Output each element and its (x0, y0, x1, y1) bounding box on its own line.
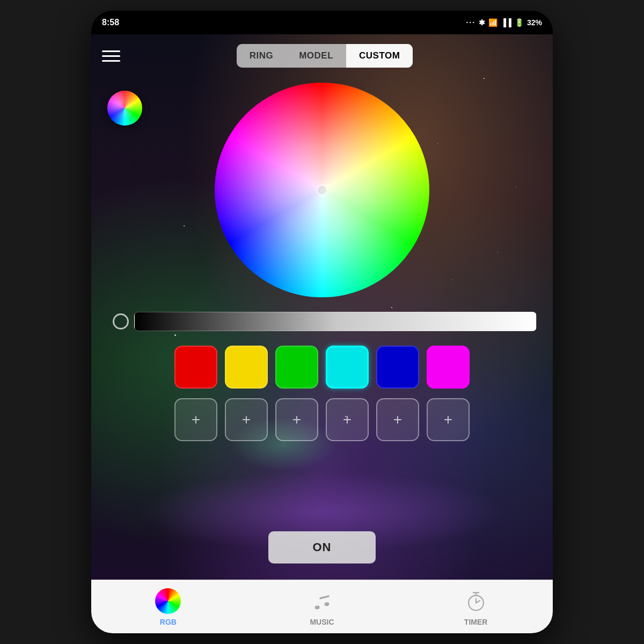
on-button-container: ON (268, 531, 376, 564)
signal-icon: ▐▐ (501, 18, 511, 27)
brightness-container (113, 308, 537, 335)
color-swatches-row1 (174, 346, 470, 389)
color-wheel[interactable] (215, 83, 429, 297)
tab-custom[interactable]: CUSTOM (346, 44, 413, 68)
nav-rgb[interactable]: RGB (155, 588, 181, 626)
nav-music-label: MUSIC (310, 618, 334, 626)
brightness-icon (113, 313, 129, 330)
music-note-svg (311, 590, 333, 612)
add-color-3[interactable]: + (275, 398, 318, 441)
top-bar: RING MODEL CUSTOM (91, 34, 553, 77)
add-color-1[interactable]: + (174, 398, 217, 441)
swatch-cyan[interactable] (326, 346, 369, 389)
swatch-magenta[interactable] (427, 346, 470, 389)
rgb-icon (155, 588, 181, 614)
nav-rgb-label: RGB (160, 618, 177, 626)
wifi-icon: 📶 (488, 18, 497, 27)
status-time: 8:58 (102, 18, 119, 27)
tab-group: RING MODEL CUSTOM (237, 44, 413, 68)
swatch-blue[interactable] (376, 346, 419, 389)
menu-line-3 (102, 60, 120, 62)
add-color-2[interactable]: + (225, 398, 268, 441)
battery-icon: 🔋 (515, 18, 524, 27)
timer-icon (463, 588, 489, 614)
color-wheel-container[interactable] (215, 83, 429, 297)
add-color-6[interactable]: + (427, 398, 470, 441)
swatch-green[interactable] (275, 346, 318, 389)
nav-music[interactable]: MUSIC (309, 588, 335, 626)
brightness-slider[interactable] (134, 312, 537, 331)
swatch-red[interactable] (174, 346, 217, 389)
nav-timer[interactable]: TIMER (463, 588, 489, 626)
add-color-5[interactable]: + (376, 398, 419, 441)
app-container: RING MODEL CUSTOM (91, 34, 553, 633)
color-swatches-row2: + + + + + + (174, 398, 470, 441)
rgb-circle (155, 588, 181, 614)
menu-line-1 (102, 50, 120, 52)
timer-svg (465, 590, 487, 612)
on-button[interactable]: ON (268, 531, 376, 564)
menu-line-2 (102, 55, 120, 57)
menu-button[interactable] (102, 42, 129, 69)
status-bar: 8:58 ··· ✱ 📶 ▐▐ 🔋 32% (91, 11, 553, 34)
music-icon (309, 588, 335, 614)
bluetooth-icon: ✱ (479, 18, 485, 27)
tab-ring[interactable]: RING (237, 44, 287, 68)
color-sphere[interactable] (107, 91, 142, 126)
dots-icon: ··· (466, 18, 475, 27)
nav-timer-label: TIMER (464, 618, 488, 626)
phone-frame: 8:58 ··· ✱ 📶 ▐▐ 🔋 32% (91, 11, 553, 633)
main-content: RING MODEL CUSTOM (91, 34, 553, 580)
tab-model[interactable]: MODEL (286, 44, 346, 68)
bottom-nav: RGB MUSIC (91, 580, 553, 633)
battery-percent: 32% (527, 18, 542, 27)
add-color-4[interactable]: + (326, 398, 369, 441)
swatch-yellow[interactable] (225, 346, 268, 389)
wheel-cursor[interactable] (317, 185, 327, 195)
